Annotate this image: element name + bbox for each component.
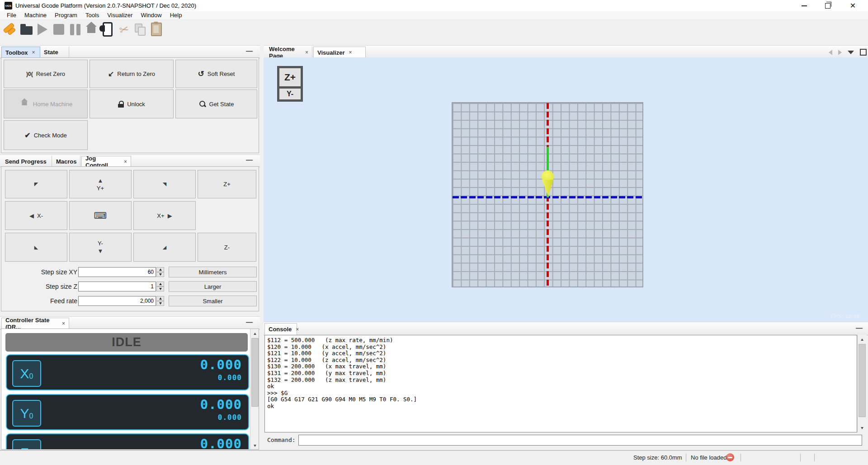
jog-zplus-button[interactable]: Z+ bbox=[198, 170, 256, 198]
dro-z-panel[interactable]: Z 0 0.000 0.000 bbox=[6, 433, 249, 450]
tab-toolbox[interactable]: Toolbox × bbox=[1, 47, 40, 58]
larger-button[interactable]: Larger bbox=[169, 281, 257, 292]
controller-scrollbar-thumb[interactable] bbox=[251, 338, 259, 407]
tab-macros[interactable]: Macros bbox=[52, 156, 80, 167]
console-scroll-down-icon[interactable] bbox=[858, 424, 867, 432]
window-minimize-button[interactable] bbox=[794, 0, 814, 11]
menu-program[interactable]: Program bbox=[51, 12, 81, 19]
jog-xplus-yminus-button[interactable]: ◢ bbox=[133, 233, 196, 262]
tab-console-close-icon[interactable]: × bbox=[296, 326, 299, 333]
console-line: $120 = 10.000 (x accel, mm/sec^2) bbox=[267, 344, 857, 351]
connect-button[interactable] bbox=[2, 21, 18, 38]
tab-welcome-page-close-icon[interactable]: × bbox=[305, 49, 308, 56]
tab-controller-state[interactable]: Controller State (DR... × bbox=[1, 318, 69, 329]
command-input[interactable] bbox=[299, 435, 862, 445]
tab-nav-prev-icon[interactable] bbox=[829, 50, 832, 55]
menu-help[interactable]: Help bbox=[166, 12, 186, 19]
tab-welcome-page[interactable]: Welcome Page × bbox=[265, 47, 312, 58]
console-scrollbar-thumb[interactable] bbox=[859, 344, 866, 417]
orientation-cube[interactable]: Z+ Y- bbox=[277, 66, 303, 102]
dro-x-axis-button[interactable]: X 0 bbox=[12, 360, 41, 387]
unlock-button[interactable]: Unlock bbox=[90, 89, 174, 118]
tab-nav-next-icon[interactable] bbox=[838, 50, 842, 55]
return-to-zero-button[interactable]: ↙ Return to Zero bbox=[90, 60, 174, 88]
menu-window[interactable]: Window bbox=[137, 12, 165, 19]
smaller-label: Smaller bbox=[203, 298, 222, 305]
command-field[interactable] bbox=[298, 435, 862, 446]
home-button[interactable] bbox=[83, 21, 99, 38]
dro-y-sub: 0 bbox=[29, 412, 33, 420]
jog-xplus-button[interactable]: X+ ▶ bbox=[133, 201, 196, 230]
feed-rate-field[interactable] bbox=[78, 296, 156, 306]
tab-toolbox-close-icon[interactable]: × bbox=[32, 49, 35, 56]
tab-state[interactable]: State bbox=[40, 47, 69, 58]
toolbox-panel-minimize-icon[interactable]: — bbox=[246, 47, 253, 55]
menu-visualizer[interactable]: Visualizer bbox=[103, 12, 137, 19]
orientation-bottom-face[interactable]: Y- bbox=[279, 89, 301, 99]
dro-y-axis-button[interactable]: Y 0 bbox=[12, 400, 41, 427]
scroll-down-icon[interactable] bbox=[250, 442, 259, 449]
get-state-button[interactable]: Get State bbox=[175, 89, 257, 118]
jog-xplus-yplus-button[interactable]: ◥ bbox=[133, 170, 196, 198]
pause-button[interactable] bbox=[67, 21, 83, 38]
controller-scrollbar[interactable] bbox=[250, 329, 259, 450]
jog-xminus-yplus-button[interactable]: ◤ bbox=[5, 170, 67, 198]
jog-yplus-button[interactable]: ▲ Y+ bbox=[69, 170, 132, 198]
jog-xminus-label: X- bbox=[37, 212, 43, 219]
dro-x-panel[interactable]: X 0 0.000 0.000 bbox=[6, 354, 249, 390]
check-mode-button[interactable]: ✔ Check Mode bbox=[4, 120, 88, 150]
window-close-button[interactable]: ✕ bbox=[843, 0, 863, 11]
tab-visualizer-close-icon[interactable]: × bbox=[349, 49, 352, 56]
feed-rate-input[interactable] bbox=[79, 296, 156, 305]
step-size-xy-field[interactable] bbox=[78, 267, 156, 277]
dro-y-panel[interactable]: Y 0 0.000 0.000 bbox=[6, 394, 249, 430]
tab-controller-state-close-icon[interactable]: × bbox=[62, 320, 65, 327]
smaller-button[interactable]: Smaller bbox=[169, 296, 257, 306]
window-maximize-button[interactable] bbox=[817, 0, 838, 11]
tab-visualizer[interactable]: Visualizer × bbox=[313, 47, 366, 58]
tab-maximize-icon[interactable] bbox=[860, 49, 867, 56]
send-program-button[interactable] bbox=[34, 21, 51, 38]
jog-xminus-yminus-button[interactable]: ◣ bbox=[5, 233, 67, 262]
copy-button[interactable] bbox=[132, 21, 148, 38]
step-size-xy-input[interactable] bbox=[79, 268, 156, 277]
jog-yminus-button[interactable]: Y- ▼ bbox=[69, 233, 132, 262]
step-size-z-input[interactable] bbox=[79, 282, 156, 291]
home-machine-label: Home Machine bbox=[33, 101, 72, 108]
paste-button[interactable] bbox=[148, 21, 165, 38]
orientation-top-face[interactable]: Z+ bbox=[279, 68, 301, 86]
dro-z-axis-button[interactable]: Z 0 bbox=[12, 439, 41, 450]
console-output[interactable]: $112 = 500.000 (z max rate, mm/min) $120… bbox=[264, 335, 857, 432]
step-size-z-field[interactable] bbox=[78, 282, 156, 291]
reset-zero-button[interactable]: )0( Reset Zero bbox=[4, 60, 88, 88]
stop-button[interactable] bbox=[51, 21, 67, 38]
cut-button[interactable]: ✂ bbox=[116, 21, 132, 38]
feed-rate-spinner[interactable] bbox=[156, 296, 164, 306]
controller-panel-minimize-icon[interactable]: — bbox=[246, 318, 253, 326]
units-button[interactable]: Millimeters bbox=[169, 267, 257, 277]
home-machine-button[interactable]: Home Machine bbox=[4, 89, 88, 118]
menu-tools[interactable]: Tools bbox=[81, 12, 103, 19]
soft-reset-button[interactable]: ↺ Soft Reset bbox=[175, 60, 257, 88]
step-size-z-spinner[interactable] bbox=[156, 282, 164, 291]
jog-panel-minimize-icon[interactable]: — bbox=[246, 156, 253, 164]
jog-xminus-button[interactable]: ◀ X- bbox=[5, 201, 67, 230]
jog-zminus-button[interactable]: Z- bbox=[198, 233, 256, 262]
console-panel-minimize-icon[interactable]: — bbox=[856, 324, 863, 332]
dro-x-machine-value: 0.000 bbox=[218, 373, 242, 382]
tab-list-dropdown-icon[interactable] bbox=[848, 51, 854, 54]
menu-file[interactable]: File bbox=[3, 12, 20, 19]
tab-jog-controller-close-icon[interactable]: × bbox=[124, 159, 127, 165]
jog-keyboard-focus-button[interactable]: ⌨ bbox=[69, 201, 132, 230]
tab-send-progress[interactable]: Send Progress bbox=[1, 156, 52, 167]
console-scrollbar[interactable] bbox=[857, 335, 867, 432]
visualizer-canvas[interactable]: Z+ Y- FPS: 12.96 bbox=[264, 57, 868, 322]
tab-console[interactable]: Console × bbox=[264, 323, 297, 335]
tab-jog-controller[interactable]: Jog Controll... × bbox=[81, 156, 131, 167]
step-size-xy-spinner[interactable] bbox=[156, 267, 164, 277]
menu-machine[interactable]: Machine bbox=[20, 12, 51, 19]
scroll-up-icon[interactable] bbox=[250, 330, 259, 337]
console-scroll-up-icon[interactable] bbox=[858, 336, 867, 343]
open-file-button[interactable] bbox=[18, 21, 34, 38]
pendant-button[interactable] bbox=[99, 21, 116, 38]
